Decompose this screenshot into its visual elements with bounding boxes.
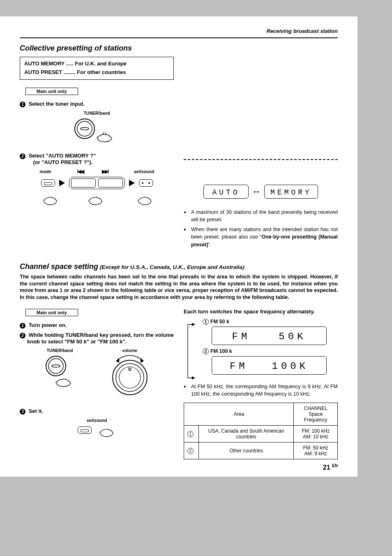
lcd-text: 50K	[279, 331, 306, 342]
row-number-cell: 1	[184, 426, 199, 442]
mode-button-icon	[41, 179, 55, 187]
fm50-label: 1FM 50 k	[203, 319, 338, 325]
freq-text: FM: 50 kHz	[303, 445, 328, 451]
hand-icon	[39, 191, 60, 206]
step-text: Set it.	[29, 408, 43, 414]
freq-cell: FM: 50 kHz AM: 9 kHz	[294, 442, 338, 459]
freq-text: FM: 100 kHz	[302, 428, 330, 434]
step-number-icon: 3	[20, 409, 25, 415]
svg-point-9	[129, 368, 131, 371]
lcd-fm50: FM 50K	[212, 327, 327, 345]
section-2: Channel space setting (Except for U.S.A.…	[20, 262, 338, 460]
box-line-2: AUTO PRESET ........ For other countries	[24, 68, 169, 77]
note-item: At FM 50 kHz, the corresponding AM frequ…	[184, 383, 338, 398]
hand-icon	[96, 423, 116, 438]
knob-icon	[39, 354, 81, 391]
step-text: While holding TUNER/band key pressed, tu…	[27, 332, 174, 345]
volume-knob-group: volume	[105, 348, 154, 401]
note-item: When there are many stations and the int…	[184, 226, 338, 248]
tuner-band-label: TUNER/band	[39, 348, 81, 353]
label-text: FM 50 k	[210, 319, 229, 324]
svg-marker-11	[141, 358, 144, 363]
right-column: AUTO ↔ MEMORY A maximum of 30 stations o…	[184, 44, 338, 251]
auto-memory-note-box: AUTO MEMORY ..... For U.K. and Europe AU…	[20, 57, 174, 80]
step-2: 2 While holding TUNER/band key pressed, …	[20, 332, 174, 345]
svg-point-5	[52, 365, 60, 367]
volume-label: volume	[105, 348, 154, 353]
section-body: The space between radio channels has bee…	[20, 273, 338, 301]
mode-set-diagram: mode I◀◀ ▶▶I set/sound	[20, 169, 174, 206]
step-text: Turn power on.	[29, 322, 67, 328]
lcd-cycle-row: AUTO ↔ MEMORY	[184, 185, 338, 199]
channel-header: CHANNEL Space Frequency	[294, 403, 338, 426]
manual-page: Receiving broadcast station Collective p…	[0, 16, 357, 477]
lcd-text: 100K	[272, 361, 309, 372]
svg-marker-12	[192, 323, 195, 326]
double-arrow-icon: ↔	[252, 186, 261, 197]
table-row: 2 Other countries FM: 50 kHz AM: 9 kHz	[184, 442, 338, 459]
divider	[20, 37, 338, 38]
main-unit-only-badge: Main unit only	[25, 309, 78, 316]
track-prev-button-icon	[71, 178, 96, 188]
notes-list: A maximum of 30 stations of the band pre…	[184, 208, 338, 248]
track-buttons-group	[69, 177, 125, 189]
header-text: CHANNEL	[304, 405, 327, 411]
freq-text: AM: 10 kHz	[303, 434, 328, 440]
left-column: Collective presetting of stations AUTO M…	[20, 44, 174, 251]
circled-2-icon: 2	[203, 348, 209, 354]
skip-prev-icon: I◀◀	[70, 169, 91, 174]
tuner-knob-diagram: TUNER/band	[20, 111, 174, 145]
page-number: 21	[323, 464, 330, 471]
svg-marker-10	[116, 358, 119, 363]
note-text: ".	[208, 242, 212, 248]
mode-label: mode	[37, 169, 54, 174]
main-unit-only-badge: Main unit only	[25, 88, 78, 95]
hand-icon	[76, 191, 118, 206]
table-row: 1 USA, Canada and South American countri…	[184, 426, 338, 442]
alternate-note: Each turn switches the space frequency a…	[184, 308, 338, 315]
lcd-cycle-diagram: 1FM 50 k FM 50K 2FM 100 k FM 100K	[184, 319, 338, 375]
lcd-fm100: FM 100K	[212, 356, 327, 375]
step-text: Select "AUTO MEMORY ?"	[29, 153, 96, 159]
arrow-right-icon	[129, 180, 135, 186]
right-column: Each turn switches the space frequency a…	[184, 308, 338, 459]
set-sound-label: set/sound	[132, 169, 157, 174]
cycle-arrow-icon	[184, 320, 196, 382]
section-2-columns: Main unit only 1 Turn power on. 2 While …	[20, 308, 338, 459]
lcd-display-area: AUTO ↔ MEMORY A maximum of 30 stations o…	[184, 159, 338, 248]
area-cell: Other countries	[199, 442, 294, 459]
fm100-label: 2FM 100 k	[203, 348, 338, 354]
section-header: Receiving broadcast station	[20, 28, 338, 34]
circled-1-icon: 1	[203, 319, 209, 325]
arrow-right-icon	[59, 180, 65, 186]
row-number-cell: 2	[184, 442, 199, 459]
label-text: FM 100 k	[210, 348, 232, 354]
freq-cell: FM: 100 kHz AM: 10 kHz	[294, 426, 338, 442]
skip-next-icon: ▶▶I	[95, 169, 115, 174]
step-text-sub: (or "AUTO PRESET ?").	[33, 159, 92, 165]
volume-knob-icon	[105, 354, 154, 399]
tuner-volume-diagram: TUNER/band volume	[20, 348, 174, 401]
header-text: Space Frequency	[304, 411, 327, 423]
area-header: Area	[184, 403, 294, 426]
freq-text: AM: 9 kHz	[304, 451, 327, 456]
step-number-icon: 2	[20, 333, 25, 338]
step-1: 1 Select the tuner input.	[20, 101, 174, 107]
set-button-icon	[78, 426, 92, 434]
lcd-text: FM	[230, 361, 248, 372]
area-cell: USA, Canada and South American countries	[199, 426, 294, 442]
track-next-button-icon	[98, 178, 123, 188]
area-frequency-table: Area CHANNEL Space Frequency 1 USA, Cana…	[184, 403, 338, 459]
lcd-memory: MEMORY	[264, 185, 318, 199]
svg-point-2	[81, 127, 89, 130]
hand-icon	[134, 191, 154, 206]
step-number-icon: 2	[20, 153, 25, 159]
step-number-icon: 1	[20, 102, 25, 107]
page-lang: EN	[332, 463, 338, 468]
circled-1-icon: 1	[187, 431, 194, 437]
buttons-row	[20, 177, 174, 189]
set-button-icon	[139, 179, 153, 187]
step-1: 1 Turn power on.	[20, 322, 174, 329]
table-header-row: Area CHANNEL Space Frequency	[184, 403, 338, 426]
knob-icon	[68, 116, 126, 145]
